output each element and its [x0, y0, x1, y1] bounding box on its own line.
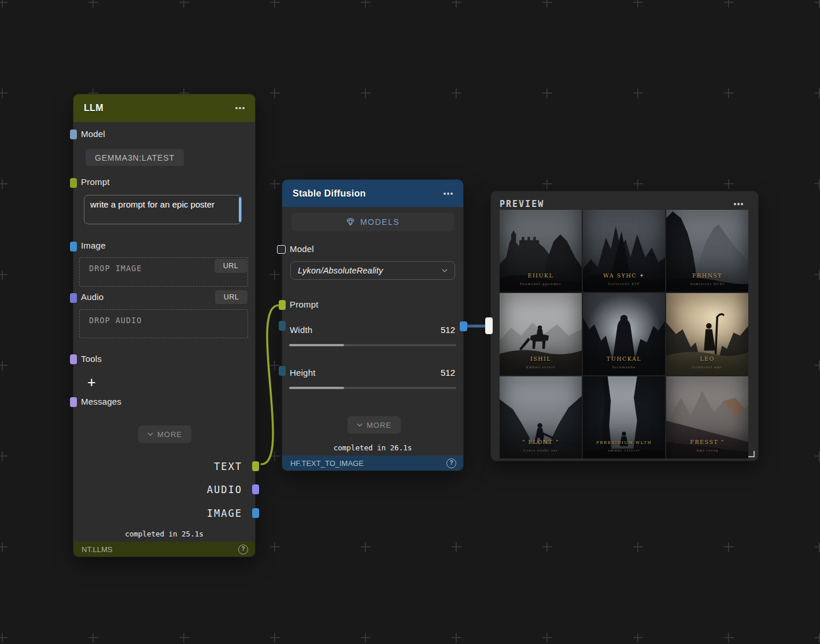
ellipsis-menu-icon[interactable]: [444, 193, 446, 195]
llm-prompt-textarea[interactable]: write a prompt for an epic poster: [84, 195, 242, 224]
llm-node[interactable]: LLM Model GEMMA3N:LATEST Prompt write a …: [73, 94, 255, 557]
grid-plus-mark: [815, 270, 820, 280]
preview-grid: EIIUKL Feamubet qquwmrv WA SYHC ✦ Cxrtvc…: [500, 210, 748, 458]
grid-plus-mark: [270, 179, 280, 189]
llm-image-url-button[interactable]: URL: [215, 259, 247, 273]
grid-plus-mark: [361, 0, 371, 8]
resize-handle-icon[interactable]: [747, 450, 755, 458]
preview-image-tile-3[interactable]: FRHNSY Asmrtvcxr OCXI: [666, 210, 748, 292]
poster-subtitle-text: Feamubet qquwmrv: [500, 282, 582, 286]
sd-more-label: MORE: [367, 421, 391, 430]
grid-plus-mark: [724, 542, 734, 552]
llm-model-label: Model: [81, 129, 105, 139]
poster-subtitle-text: brrnmande: [583, 365, 665, 369]
preview-node-title: PREVIEW: [500, 199, 544, 209]
grid-plus-mark: [633, 88, 643, 98]
grid-plus-mark: [88, 0, 98, 8]
preview-image-tile-7[interactable]: " FLONT " Lvzcx ooxbc xxr: [500, 376, 582, 458]
sd-width-value[interactable]: 512: [441, 325, 455, 335]
add-tool-button[interactable]: +: [84, 375, 99, 390]
grid-plus-mark: [815, 179, 820, 189]
grid-plus-mark: [270, 0, 280, 8]
poster-subtitle-text: Cxmnvxtr amv: [666, 365, 748, 369]
grid-plus-mark: [815, 542, 820, 552]
preview-image-tile-5[interactable]: TUHCKAL brrnmande: [583, 293, 665, 375]
grid-plus-mark: [542, 0, 552, 8]
sd-node-footer: HF.TEXT_TO_IMAGE ?: [282, 456, 463, 471]
preview-image-tile-2[interactable]: WA SYHC ✦ Cxrtvcxtlr KYP: [583, 210, 665, 292]
llm-input-port-messages[interactable]: [70, 397, 77, 407]
llm-node-header[interactable]: LLM: [73, 94, 255, 122]
grid-plus-mark: [179, 633, 189, 643]
llm-input-port-tools[interactable]: [70, 354, 77, 364]
edge-text-to-prompt[interactable]: [261, 305, 279, 464]
grid-plus-mark: [0, 88, 8, 98]
sd-node-title: Stable Diffusion: [293, 188, 366, 199]
sd-width-slider-fill: [289, 344, 344, 346]
chevron-down-icon: [147, 432, 153, 436]
grid-plus-mark: [633, 633, 643, 643]
grid-plus-mark: [270, 451, 280, 461]
models-button-label: MODELS: [360, 217, 400, 227]
llm-messages-label: Messages: [81, 397, 121, 406]
sd-input-port-height[interactable]: [279, 366, 286, 376]
stable-diffusion-node[interactable]: Stable Diffusion MODELS Model Lykon/Abso…: [282, 180, 463, 471]
ellipsis-menu-icon[interactable]: [734, 203, 736, 205]
preview-image-tile-4[interactable]: ISHIL Kmbwt-ocrxvt: [500, 293, 582, 375]
llm-output-port-audio[interactable]: [252, 484, 259, 494]
poster-title-text: FRESST ": [666, 439, 748, 445]
sd-model-select[interactable]: Lykon/AbsoluteReality: [290, 261, 455, 280]
sd-height-slider-fill: [289, 387, 344, 389]
llm-output-port-image[interactable]: [252, 508, 259, 518]
llm-prompt-label: Prompt: [81, 177, 110, 187]
llm-input-port-prompt[interactable]: [70, 178, 77, 188]
poster-subtitle-text: Cxrtvcxtlr KYP: [583, 282, 665, 286]
help-icon[interactable]: ?: [238, 545, 248, 554]
sd-more-button[interactable]: MORE: [348, 416, 401, 434]
sd-height-slider[interactable]: [289, 387, 456, 389]
sd-input-port-model[interactable]: [277, 245, 286, 254]
help-icon[interactable]: ?: [446, 458, 456, 468]
grid-plus-mark: [815, 0, 820, 8]
preview-image-tile-8[interactable]: PRRESIDIUM WLTH ammbr cxrxvct: [583, 376, 665, 458]
grid-plus-mark: [0, 179, 8, 189]
llm-input-port-image[interactable]: [70, 242, 77, 251]
llm-namespace-label: NT.LLMS: [82, 545, 112, 554]
grid-plus-mark: [452, 542, 461, 552]
poster-title-text: WA SYHC ✦: [583, 272, 665, 279]
llm-input-port-model[interactable]: [70, 129, 77, 139]
poster-subtitle-text: Kmbwt-ocrxvt: [500, 365, 582, 369]
llm-more-button[interactable]: MORE: [138, 425, 191, 443]
llm-audio-url-button[interactable]: URL: [215, 290, 248, 304]
ellipsis-menu-icon[interactable]: [235, 107, 238, 109]
grid-plus-mark: [633, 542, 643, 552]
grid-plus-mark: [452, 0, 461, 8]
sd-node-header[interactable]: Stable Diffusion: [282, 180, 463, 207]
grid-plus-mark: [270, 633, 280, 643]
preview-image-tile-9[interactable]: FRESST " Amr cxrxq: [666, 376, 748, 458]
grid-plus-mark: [361, 542, 371, 552]
sd-prompt-label: Prompt: [290, 299, 319, 309]
llm-image-dropzone[interactable]: DROP IMAGE URL: [79, 257, 248, 287]
sd-width-slider[interactable]: [289, 344, 456, 346]
llm-prompt-scrollbar[interactable]: [239, 197, 241, 222]
grid-plus-mark: [724, 0, 734, 8]
models-button[interactable]: MODELS: [291, 213, 454, 231]
sd-input-port-width[interactable]: [279, 321, 286, 331]
sd-model-value: Lykon/AbsoluteReality: [298, 266, 383, 275]
grid-plus-mark: [0, 270, 8, 280]
grid-plus-mark: [179, 0, 189, 8]
llm-model-value-chip[interactable]: GEMMA3N:LATEST: [86, 149, 184, 166]
preview-image-tile-1[interactable]: EIIUKL Feamubet qquwmrv: [500, 210, 582, 292]
sd-output-port-image[interactable]: [460, 321, 467, 331]
sd-height-value[interactable]: 512: [441, 368, 455, 377]
llm-output-port-text[interactable]: [252, 461, 259, 471]
preview-image-tile-6[interactable]: LEO Cxmnvxtr amv: [666, 293, 748, 375]
llm-audio-dropzone[interactable]: DROP AUDIO: [79, 309, 248, 338]
llm-input-port-audio[interactable]: [70, 293, 77, 303]
sd-input-port-prompt[interactable]: [279, 300, 286, 310]
preview-node[interactable]: PREVIEW EIIUKL Feamubet qquwmrv WA SYHC …: [491, 191, 758, 461]
preview-input-port[interactable]: [485, 317, 493, 334]
poster-subtitle-text: ammbr cxrxvct: [583, 449, 665, 452]
grid-plus-mark: [542, 179, 552, 189]
